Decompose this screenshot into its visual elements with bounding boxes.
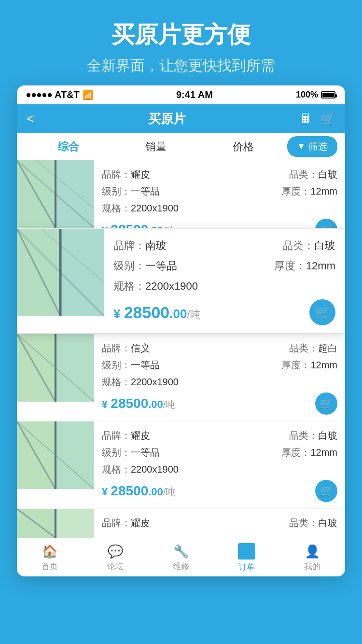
info-row-grade-thickness-3: 级别：一等品 厚度：12mm: [102, 359, 337, 372]
add-to-cart-button-3[interactable]: 🛒: [315, 392, 337, 415]
price-row-2: ¥ 28500.00/吨 🛒: [113, 299, 335, 325]
product-info-2: 品牌：南玻 品类：白玻 级别：一等品 厚度：12mm 规格：2200x1900 …: [104, 229, 345, 333]
calculator-icon[interactable]: 🖩: [300, 112, 312, 126]
wifi-icon: 📶: [83, 90, 93, 100]
status-left: AT&T 📶: [27, 89, 93, 100]
product-card-5-partial: 品牌：耀皮 品类：白玻: [17, 509, 345, 538]
sort-item-sales[interactable]: 销量: [112, 132, 199, 162]
product-card-1: 品牌：耀皮 品类：白玻 级别：一等品 厚度：12mm 规格：2200x1900 …: [17, 160, 345, 228]
filter-button[interactable]: ▼ 筛选: [287, 136, 337, 157]
price-row-4: ¥ 28500.00/吨 🛒: [102, 480, 337, 502]
svg-rect-13: [60, 229, 104, 316]
add-to-cart-button-4[interactable]: 🛒: [315, 480, 337, 502]
glass-image-svg-3: [17, 334, 94, 402]
product-info-3: 品牌：信义 品类：超白 级别：一等品 厚度：12mm 规格：2200x1900 …: [94, 334, 345, 420]
svg-rect-5: [56, 160, 94, 228]
info-row-grade-thickness-2: 级别：一等品 厚度：12mm: [113, 259, 335, 273]
promo-title: 买原片更方便: [0, 19, 362, 50]
glass-image-svg-4: [17, 421, 94, 489]
tab-repair-label: 维修: [173, 561, 189, 572]
tab-orders-label: 订单: [238, 561, 255, 573]
svg-rect-18: [56, 334, 94, 402]
nav-icons: 🖩 🛒: [300, 112, 335, 126]
spec-row-4: 规格：2200x1900: [102, 463, 337, 476]
glass-image-svg-1: [17, 160, 94, 228]
sort-bar: 综合 销量 价格 ▼ 筛选: [17, 133, 345, 160]
status-right: 100%: [296, 90, 335, 100]
spec-row-1: 规格：2200x1900: [102, 202, 337, 215]
forum-icon: 💬: [108, 544, 123, 559]
back-button[interactable]: <: [27, 111, 34, 126]
product-image-3: [17, 334, 94, 420]
tab-orders[interactable]: ☰ 订单: [214, 539, 279, 576]
product-info-4: 品牌：耀皮 品类：白玻 级别：一等品 厚度：12mm 规格：2200x1900 …: [94, 421, 345, 508]
info-row-brand-category-1: 品牌：耀皮 品类：白玻: [102, 168, 337, 181]
signal-dots: [27, 93, 52, 97]
tab-profile[interactable]: 👤 我的: [279, 539, 345, 576]
info-row-brand-category-2: 品牌：南玻 品类：白玻: [113, 238, 335, 253]
product-card-2: 品牌：南玻 品类：白玻 级别：一等品 厚度：12mm 规格：2200x1900 …: [17, 229, 345, 333]
price-text-2: ¥ 28500.00/吨: [113, 303, 201, 322]
tab-profile-label: 我的: [304, 561, 320, 572]
product-image-5: [17, 509, 94, 538]
product-info-5: 品牌：耀皮 品类：白玻: [94, 509, 345, 538]
info-row-brand-category-3: 品牌：信义 品类：超白: [102, 342, 337, 355]
product-image-1: [17, 160, 94, 228]
price-text-3: ¥ 28500.00/吨: [102, 396, 175, 411]
product-card-3: 品牌：信义 品类：超白 级别：一等品 厚度：12mm 规格：2200x1900 …: [17, 334, 345, 420]
price-text-4: ¥ 28500.00/吨: [102, 483, 175, 499]
price-row-3: ¥ 28500.00/吨 🛒: [102, 392, 337, 415]
nav-bar: < 买原片 🖩 🛒: [17, 104, 345, 133]
tab-home-label: 首页: [42, 561, 58, 572]
battery-icon: [321, 91, 335, 98]
add-to-cart-button-2[interactable]: 🛒: [309, 299, 335, 325]
promo-subtitle: 全新界面，让您更快找到所需: [0, 56, 362, 76]
battery-label: 100%: [296, 90, 318, 100]
orders-active-bg: ☰: [238, 543, 255, 560]
glass-image-svg-5: [17, 509, 94, 538]
cart-nav-icon[interactable]: 🛒: [320, 112, 335, 126]
phone-frame: AT&T 📶 9:41 AM 100% < 买原片 🖩 🛒 综合 销量 价格: [17, 85, 345, 576]
orders-icon: ☰: [242, 545, 251, 558]
status-bar: AT&T 📶 9:41 AM 100%: [17, 85, 345, 104]
nav-title: 买原片: [148, 111, 186, 127]
spec-row-2: 规格：2200x1900: [113, 279, 335, 294]
info-row-brand-category-5: 品牌：耀皮 品类：白玻: [102, 517, 337, 530]
add-to-cart-button-1[interactable]: 🛒: [315, 219, 337, 228]
price-row-1: ¥ 28500.00/吨 🛒: [102, 219, 337, 228]
product-image-4: [17, 421, 94, 508]
product-image-2: [17, 229, 104, 333]
home-icon: 🏠: [42, 544, 57, 559]
product-info-1: 品牌：耀皮 品类：白玻 级别：一等品 厚度：12mm 规格：2200x1900 …: [94, 160, 345, 228]
info-row-grade-thickness-1: 级别：一等品 厚度：12mm: [102, 185, 337, 198]
info-row-grade-thickness-4: 级别：一等品 厚度：12mm: [102, 446, 337, 459]
tab-bar: 🏠 首页 💬 论坛 🔧 维修 ☰ 订单 👤 我的: [17, 539, 345, 576]
spec-row-3: 规格：2200x1900: [102, 376, 337, 389]
price-text-1: ¥ 28500.00/吨: [102, 222, 175, 228]
tab-home[interactable]: 🏠 首页: [17, 539, 83, 576]
product-card-4: 品牌：耀皮 品类：白玻 级别：一等品 厚度：12mm 规格：2200x1900 …: [17, 421, 345, 508]
product-list: 品牌：耀皮 品类：白玻 级别：一等品 厚度：12mm 规格：2200x1900 …: [17, 160, 345, 538]
tab-forum-label: 论坛: [107, 561, 124, 572]
sort-item-comprehensive[interactable]: 综合: [25, 132, 112, 162]
info-row-brand-category-4: 品牌：耀皮 品类：白玻: [102, 429, 337, 442]
glass-image-svg-2: [17, 229, 104, 316]
svg-rect-24: [56, 421, 94, 489]
profile-icon: 👤: [305, 544, 320, 559]
carrier-label: AT&T: [55, 89, 80, 100]
promo-area: 买原片更方便 全新界面，让您更快找到所需: [0, 0, 362, 85]
tab-repair[interactable]: 🔧 维修: [148, 539, 214, 576]
sort-item-price[interactable]: 价格: [200, 132, 287, 162]
repair-icon: 🔧: [173, 544, 189, 559]
filter-icon: ▼: [297, 141, 306, 152]
tab-forum[interactable]: 💬 论坛: [83, 539, 148, 576]
time-display: 9:41 AM: [176, 89, 213, 100]
